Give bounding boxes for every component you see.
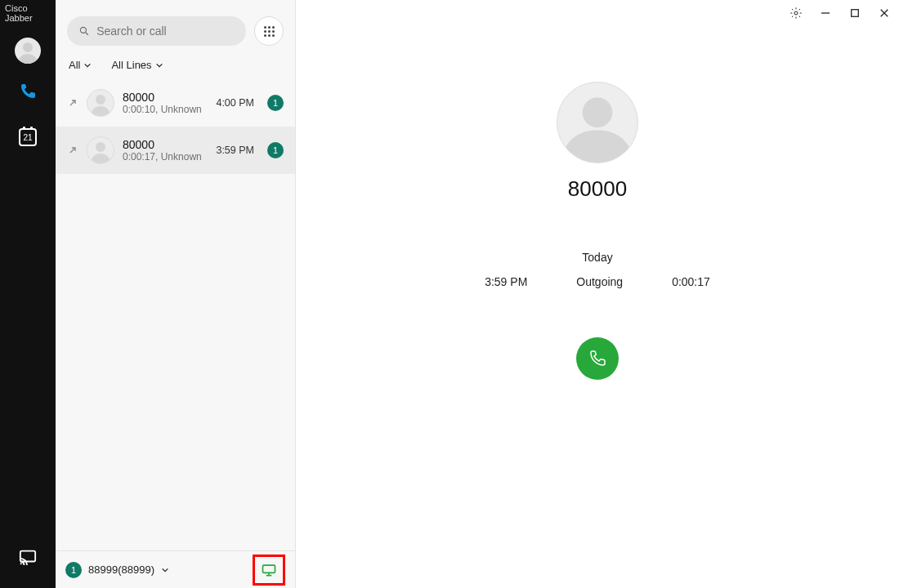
call-item-sub: 0:00:17, Unknown bbox=[123, 151, 208, 163]
svg-point-10 bbox=[794, 11, 798, 15]
call-list-panel: All All Lines bbox=[56, 0, 296, 588]
chevron-down-icon bbox=[83, 61, 92, 69]
call-item-sub: 0:00:10, Unknown bbox=[123, 104, 208, 115]
window-close[interactable] bbox=[876, 5, 892, 21]
search-box[interactable] bbox=[67, 16, 246, 46]
person-icon bbox=[557, 82, 637, 163]
cast-icon bbox=[19, 548, 37, 566]
svg-point-0 bbox=[23, 42, 33, 52]
svg-line-4 bbox=[86, 33, 88, 35]
detail-name: 80000 bbox=[568, 176, 627, 202]
svg-point-6 bbox=[96, 142, 105, 152]
nav-cast[interactable] bbox=[0, 539, 56, 575]
svg-point-2 bbox=[20, 563, 22, 564]
svg-rect-12 bbox=[852, 10, 859, 17]
nav-calls[interactable] bbox=[0, 74, 56, 109]
search-input[interactable] bbox=[96, 24, 235, 38]
contact-avatar bbox=[87, 89, 114, 117]
monitor-icon bbox=[261, 562, 277, 578]
svg-point-13 bbox=[583, 97, 613, 127]
call-item-name: 80000 bbox=[123, 91, 208, 104]
app-title: Cisco Jabber bbox=[0, 0, 56, 26]
settings-button[interactable] bbox=[788, 5, 804, 21]
outgoing-arrow-icon bbox=[67, 145, 78, 155]
svg-rect-7 bbox=[263, 565, 275, 572]
person-icon bbox=[87, 136, 114, 164]
chevron-down-icon[interactable] bbox=[161, 566, 169, 574]
nav-calendar[interactable]: 21 bbox=[0, 119, 56, 155]
detail-avatar bbox=[557, 82, 638, 163]
detail-duration: 0:00:17 bbox=[672, 275, 710, 288]
call-item-time: 4:00 PM bbox=[216, 97, 254, 109]
gear-icon bbox=[789, 7, 803, 20]
outgoing-arrow-icon bbox=[67, 98, 78, 108]
maximize-icon bbox=[850, 8, 860, 18]
svg-point-5 bbox=[96, 95, 105, 105]
detail-section-label: Today bbox=[582, 251, 612, 264]
filter-scope-label: All bbox=[69, 59, 80, 71]
window-minimize[interactable] bbox=[817, 5, 834, 21]
contact-avatar bbox=[87, 136, 114, 164]
dialpad-button[interactable] bbox=[254, 16, 284, 46]
phone-icon bbox=[18, 82, 38, 101]
calendar-icon: 21 bbox=[19, 128, 37, 146]
search-icon bbox=[78, 24, 90, 38]
filter-scope[interactable]: All bbox=[69, 59, 92, 71]
device-computer-button[interactable] bbox=[253, 555, 285, 586]
svg-point-3 bbox=[80, 27, 86, 33]
detail-pane: 80000 Today 3:59 PM Outgoing 0:00:17 bbox=[296, 0, 899, 588]
svg-rect-1 bbox=[20, 551, 35, 562]
call-item-name: 80000 bbox=[123, 138, 208, 151]
minimize-icon bbox=[821, 8, 830, 18]
window-maximize[interactable] bbox=[847, 5, 863, 21]
detail-call-row: 3:59 PM Outgoing 0:00:17 bbox=[485, 275, 710, 288]
left-navbar: Cisco Jabber 21 bbox=[0, 0, 56, 588]
footer-line-label: 88999(88999) bbox=[88, 564, 154, 576]
close-icon bbox=[879, 8, 889, 18]
dialpad-icon bbox=[264, 26, 275, 37]
footer-line-badge: 1 bbox=[65, 562, 82, 578]
call-item-time: 3:59 PM bbox=[216, 145, 254, 156]
phone-icon bbox=[588, 349, 607, 368]
call-item[interactable]: 80000 0:00:10, Unknown 4:00 PM 1 bbox=[56, 79, 295, 127]
call-item[interactable]: 80000 0:00:17, Unknown 3:59 PM 1 bbox=[56, 127, 295, 174]
calendar-day: 21 bbox=[23, 133, 32, 142]
person-icon bbox=[87, 89, 114, 117]
filter-lines-label: All Lines bbox=[111, 59, 151, 71]
call-button[interactable] bbox=[576, 337, 619, 380]
filter-lines[interactable]: All Lines bbox=[111, 59, 163, 71]
line-badge: 1 bbox=[267, 95, 284, 111]
detail-direction: Outgoing bbox=[576, 275, 623, 288]
self-avatar[interactable] bbox=[15, 38, 41, 64]
line-badge: 1 bbox=[267, 142, 284, 158]
list-footer: 1 88999(88999) bbox=[56, 550, 295, 588]
detail-time: 3:59 PM bbox=[485, 275, 527, 288]
chevron-down-icon bbox=[155, 61, 163, 69]
person-icon bbox=[15, 38, 41, 64]
